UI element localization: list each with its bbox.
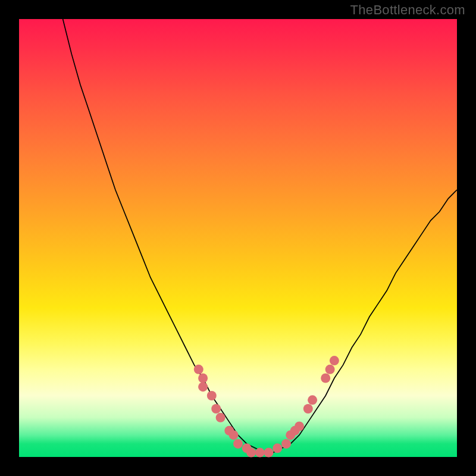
data-marker (229, 430, 239, 440)
curve-curve (63, 19, 457, 453)
chart-root: TheBottleneck.com (0, 0, 476, 476)
data-marker (194, 365, 203, 374)
data-marker (303, 404, 313, 414)
data-marker (264, 448, 274, 458)
data-marker (246, 448, 256, 458)
data-marker (207, 391, 217, 400)
data-marker (295, 422, 304, 431)
data-marker (233, 439, 243, 449)
data-marker (281, 439, 291, 449)
plot-area (19, 19, 457, 457)
data-marker (216, 413, 226, 422)
data-marker (273, 443, 282, 453)
data-marker (321, 374, 330, 383)
data-marker (308, 395, 317, 405)
data-marker (255, 448, 265, 458)
data-marker (198, 382, 208, 392)
data-marker (330, 356, 339, 365)
data-marker (198, 374, 208, 383)
plot-svg (19, 19, 457, 457)
data-marker (325, 365, 335, 374)
data-marker (211, 404, 221, 414)
watermark-text: TheBottleneck.com (350, 2, 465, 18)
